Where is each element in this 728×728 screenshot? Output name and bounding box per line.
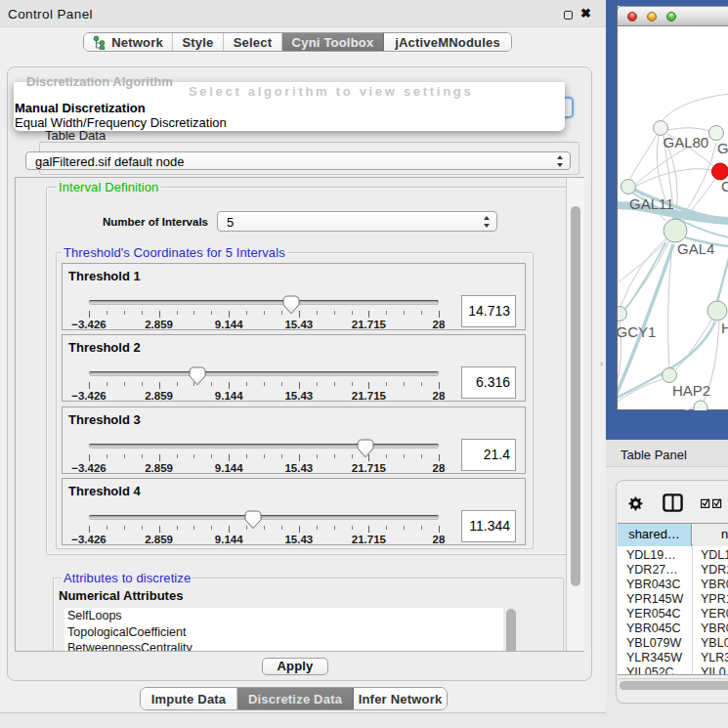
svg-text:GAL80: GAL80 xyxy=(664,134,709,150)
svg-text:GCY1: GCY1 xyxy=(618,323,656,340)
svg-text:GAL4: GAL4 xyxy=(677,240,714,257)
svg-text:C: C xyxy=(721,178,728,194)
svg-text:GAL11: GAL11 xyxy=(629,195,674,212)
svg-text:GA: GA xyxy=(717,140,728,156)
svg-text:HAP2: HAP2 xyxy=(672,382,710,399)
svg-text:H: H xyxy=(721,320,728,336)
